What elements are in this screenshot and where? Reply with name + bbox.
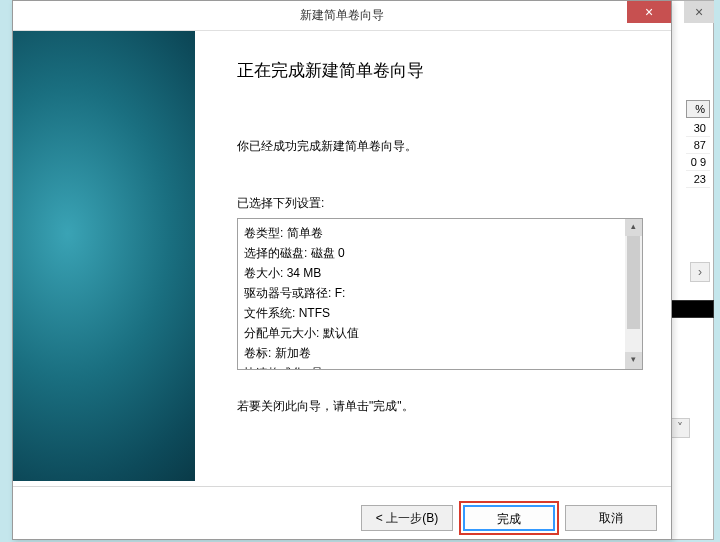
bg-column-cells: 30 87 0 9 23 [686, 120, 710, 188]
scroll-up-icon[interactable]: ▴ [625, 219, 642, 236]
settings-listbox[interactable]: 卷类型: 简单卷 选择的磁盘: 磁盘 0 卷大小: 34 MB 驱动器号或路径:… [237, 218, 643, 370]
settings-item: 卷标: 新加卷 [244, 343, 636, 363]
wizard-banner-image [13, 31, 195, 481]
button-row: < 上一步(B) 完成 取消 [361, 505, 657, 531]
wizard-dialog: 新建简单卷向导 × 正在完成新建简单卷向导 你已经成功完成新建简单卷向导。 已选… [12, 0, 672, 540]
success-text: 你已经成功完成新建简单卷向导。 [237, 138, 643, 155]
wizard-content: 正在完成新建简单卷向导 你已经成功完成新建简单卷向导。 已选择下列设置: 卷类型… [195, 31, 671, 481]
scroll-thumb[interactable] [627, 236, 640, 329]
bg-cell: 87 [686, 137, 710, 154]
cancel-button[interactable]: 取消 [565, 505, 657, 531]
back-button[interactable]: < 上一步(B) [361, 505, 453, 531]
button-separator [13, 486, 671, 487]
settings-item: 快速格式化: 是 [244, 363, 636, 370]
settings-item: 文件系统: NTFS [244, 303, 636, 323]
closing-instruction: 若要关闭此向导，请单击"完成"。 [237, 398, 643, 415]
bg-scroll-down-icon[interactable]: ˅ [670, 418, 690, 438]
settings-item: 选择的磁盘: 磁盘 0 [244, 243, 636, 263]
scroll-down-icon[interactable]: ▾ [625, 352, 642, 369]
close-button[interactable]: × [627, 1, 671, 23]
settings-list: 卷类型: 简单卷 选择的磁盘: 磁盘 0 卷大小: 34 MB 驱动器号或路径:… [238, 219, 642, 370]
settings-item: 分配单元大小: 默认值 [244, 323, 636, 343]
window-title: 新建简单卷向导 [13, 7, 671, 24]
finish-button[interactable]: 完成 [463, 505, 555, 531]
wizard-body: 正在完成新建简单卷向导 你已经成功完成新建简单卷向导。 已选择下列设置: 卷类型… [13, 31, 671, 481]
bg-close-button[interactable]: × [684, 1, 714, 23]
bg-column-header: % [686, 100, 710, 118]
page-heading: 正在完成新建简单卷向导 [237, 59, 643, 82]
settings-scrollbar[interactable]: ▴ ▾ [625, 219, 642, 369]
settings-item: 卷类型: 简单卷 [244, 223, 636, 243]
titlebar: 新建简单卷向导 × [13, 1, 671, 31]
bg-cell: 30 [686, 120, 710, 137]
settings-item: 驱动器号或路径: F: [244, 283, 636, 303]
settings-item: 卷大小: 34 MB [244, 263, 636, 283]
bg-cell: 23 [686, 171, 710, 188]
bg-scroll-right-icon[interactable]: › [690, 262, 710, 282]
close-icon: × [645, 4, 653, 20]
bg-cell: 0 9 [686, 154, 710, 171]
settings-label: 已选择下列设置: [237, 195, 643, 212]
scroll-track[interactable] [625, 236, 642, 352]
